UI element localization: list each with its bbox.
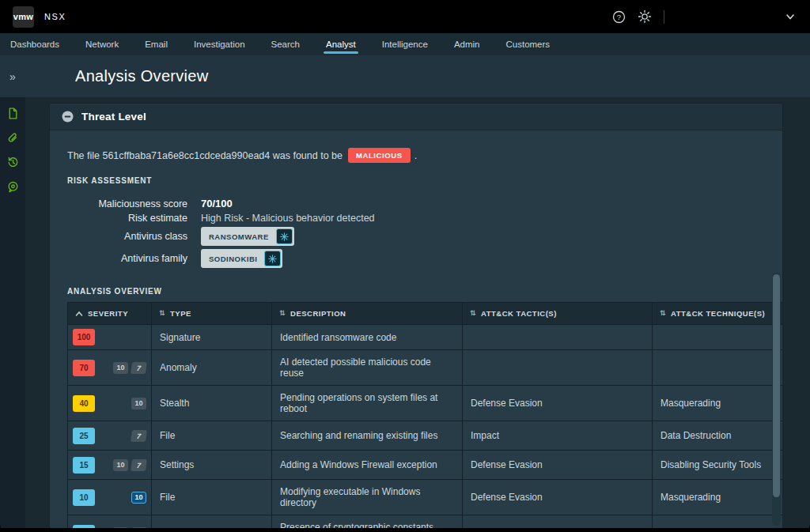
nav-tab-search[interactable]: Search [269,33,302,55]
severity-badge: 100 [73,329,95,345]
column-header-label: SEVERITY [88,309,128,318]
sidebar-expand-chevrons-icon[interactable]: » [0,70,25,83]
nav-tab-admin[interactable]: Admin [452,33,483,55]
analysis-overview-section-label: ANALYSIS OVERVIEW [67,287,770,296]
table-row: 100 Signature Identified ransomware code [68,325,783,350]
severity-badge: 40 [73,395,95,412]
attck-technique-cell [653,325,783,350]
risk-estimate-label: Risk estimate [67,213,187,224]
table-header-row: SEVERITY ⇅ TYPE ⇅ DESCRIPTION ⇅ ATT&CK T… [68,303,783,325]
column-header-label: DESCRIPTION [290,309,346,318]
severity-sub-badge: 10 [113,527,128,529]
type-cell: File [152,480,272,515]
page-title: Analysis Overview [75,67,208,85]
nav-tab-investigation[interactable]: Investigation [191,33,248,55]
column-header-severity[interactable]: SEVERITY [68,303,152,325]
severity-sub-badge: 7 [131,362,147,374]
nav-tab-customers[interactable]: Customers [504,33,553,55]
chat-bubble-icon[interactable] [6,180,20,194]
description-cell: Searching and renaming existing files [272,421,463,451]
severity-sub-badge: 7 [131,527,147,529]
table-row: 70 10 7 Anomaly AI detected possible mal… [68,350,783,386]
main-nav: DashboardsNetworkEmailInvestigationSearc… [0,33,810,55]
type-cell: File [152,421,272,451]
severity-badge: 25 [73,428,95,444]
attck-technique-cell: Disabling Security Tools [653,451,783,480]
table-row: 25 7 File Searching and renaming existin… [68,421,783,451]
malware-lookup-button[interactable] [276,228,293,244]
nav-tab-network[interactable]: Network [83,33,121,55]
table-row: 5 10 7 Memory Presence of cryptographic … [68,515,783,529]
sort-updown-icon: ⇅ [279,310,286,317]
verdict-sentence: The file 561cffbaba71a6e8cc1cdceda990ead… [67,148,770,163]
antivirus-class-label: Antivirus class [67,231,187,242]
attck-technique-cell [653,515,783,529]
threat-level-panel-header[interactable]: Threat Level [50,104,782,130]
vertical-scrollbar[interactable] [772,273,781,526]
attck-tactic-cell: Defense Evasion [463,451,653,480]
table-row: 40 10 Stealth Pending operations on syst… [68,386,783,421]
top-bar: vmw NSX ? [0,0,810,33]
nav-tab-analyst[interactable]: Analyst [324,33,358,55]
column-header-label: ATT&CK TECHNIQUE(S) [671,309,765,318]
report-file-icon[interactable] [6,107,20,120]
nav-tab-email[interactable]: Email [142,33,170,55]
malicious-status-badge: MALICIOUS [348,148,411,163]
severity-sub-badge: 10 [113,459,128,471]
maliciousness-score-value: 70/100 [187,198,770,209]
severity-sub-badge: 10 [131,398,146,409]
history-clock-icon[interactable] [6,156,20,169]
sort-updown-icon: ⇅ [660,310,666,317]
description-cell: Identified ransomware code [272,325,463,350]
column-header-attck-techniques[interactable]: ⇅ ATT&CK TECHNIQUE(S) [653,303,783,325]
help-icon[interactable]: ? [611,9,626,24]
type-cell: Stealth [152,386,272,421]
column-header-type[interactable]: ⇅ TYPE [152,303,272,325]
description-cell: Adding a Windows Firewall exception [272,451,463,480]
antivirus-family-tag-text: SODINOKIBI [209,255,257,263]
threat-level-panel: Threat Level The file 561cffbaba71a6e8cc… [50,104,782,528]
severity-badge: 10 [73,489,95,506]
description-cell: Modifying executable in Windows director… [272,480,463,515]
collapse-minus-icon[interactable] [62,111,74,123]
scrollbar-thumb[interactable] [773,274,780,497]
antivirus-family-tag: SODINOKIBI [201,249,282,268]
severity-sub-badge: 10 [131,492,146,504]
svg-text:?: ? [616,12,620,21]
page-header-band: » Analysis Overview [0,55,810,97]
top-bar-divider [664,10,664,24]
settings-gear-icon[interactable] [638,9,652,24]
link-paperclip-icon[interactable] [6,131,20,145]
vmware-logo: vmw [13,6,34,28]
table-row: 15 10 7 Settings Adding a Windows Firewa… [68,451,783,480]
antivirus-family-label: Antivirus family [67,253,187,264]
column-header-attck-tactics[interactable]: ⇅ ATT&CK TACTIC(S) [463,303,653,325]
nav-tab-dashboards[interactable]: Dashboards [8,33,62,55]
severity-sub-badge: 7 [131,459,147,471]
attck-tactic-cell [463,515,653,529]
column-header-label: ATT&CK TACTIC(S) [481,309,557,318]
risk-estimate-value: High Risk - Malicious behavior detected [187,213,770,224]
nav-tab-intelligence[interactable]: Intelligence [380,33,430,55]
attck-technique-cell [653,350,783,386]
type-cell: Memory [152,515,272,529]
column-header-description[interactable]: ⇅ DESCRIPTION [272,303,463,325]
malware-lookup-button[interactable] [264,251,281,266]
description-cell: AI detected possible malicious code reus… [272,350,463,386]
top-bar-actions: ? [611,9,797,24]
attck-tactic-cell: Defense Evasion [463,480,653,515]
threat-level-panel-body: The file 561cffbaba71a6e8cc1cdceda990ead… [50,130,782,528]
workspace: Threat Level The file 561cffbaba71a6e8cc… [0,97,810,528]
main-content: Threat Level The file 561cffbaba71a6e8cc… [25,97,810,528]
attck-tactic-cell: Defense Evasion [463,386,653,421]
severity-sub-badge: 7 [131,430,147,442]
attck-tactic-cell [463,325,653,350]
user-menu-chevron-down-icon[interactable] [783,9,797,24]
type-cell: Signature [152,325,272,350]
product-name: NSX [44,12,66,21]
attck-tactic-cell: Impact [463,421,653,451]
severity-badge: 5 [73,525,95,529]
antivirus-family-value-cell: SODINOKIBI [187,249,770,268]
sort-updown-icon: ⇅ [159,310,165,317]
nsx-application-window: vmw NSX ? DashboardsNetworkEmai [0,0,810,532]
